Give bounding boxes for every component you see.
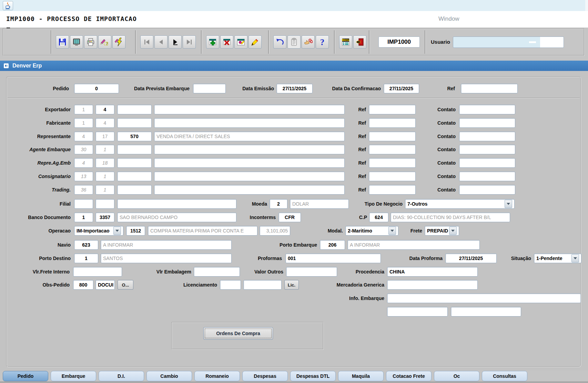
insert-record-icon[interactable] bbox=[206, 35, 219, 49]
fabricante-code2-field[interactable]: 4 bbox=[95, 118, 114, 128]
tab-oc[interactable]: Oc bbox=[434, 371, 479, 381]
info-embarque-field[interactable] bbox=[387, 293, 581, 303]
clipboard-icon[interactable] bbox=[287, 35, 301, 49]
frete-select[interactable]: PREPAID bbox=[425, 226, 459, 236]
porto-destino-num-field[interactable]: 1 bbox=[74, 253, 98, 263]
usuario-field[interactable] bbox=[453, 37, 564, 48]
exportador-code2-field[interactable]: 4 bbox=[95, 105, 114, 114]
licenciamento-field-1[interactable] bbox=[220, 280, 241, 290]
tab-despesas[interactable]: Despesas bbox=[242, 371, 288, 381]
data-confirmacao-field[interactable]: 27/11/2025 bbox=[384, 84, 419, 93]
exportador-code3-field[interactable] bbox=[117, 105, 152, 114]
info-extra-field-2[interactable] bbox=[451, 307, 521, 317]
agente-embarque-code3-field[interactable] bbox=[117, 145, 152, 154]
porto-embarque-num-field[interactable]: 206 bbox=[320, 240, 345, 250]
filial-nome-field[interactable] bbox=[117, 199, 236, 209]
chevron-down-icon[interactable] bbox=[449, 227, 457, 235]
tab-romaneio[interactable]: Romaneio bbox=[194, 371, 240, 381]
exportador-ref-field[interactable] bbox=[369, 105, 416, 114]
tab-maquila[interactable]: Maquila bbox=[338, 371, 384, 381]
enter-query-icon[interactable]: ? bbox=[98, 35, 111, 49]
navio-nome-field[interactable]: A INFORMAR bbox=[101, 240, 232, 250]
ordens-de-compra-button[interactable]: Ordens De Compra bbox=[203, 327, 273, 340]
tab-cotacao-frete[interactable]: Cotacao Frete bbox=[386, 371, 432, 381]
situacao-select[interactable]: 1-Pendente bbox=[534, 253, 581, 263]
operacao-num-field[interactable]: 1512 bbox=[126, 226, 145, 236]
fabricante-code3-field[interactable] bbox=[117, 118, 152, 128]
tab-d-i[interactable]: D.I. bbox=[99, 371, 144, 381]
mercadoria-generica-field[interactable] bbox=[387, 280, 478, 290]
data-proforma-field[interactable]: 27/11/2025 bbox=[445, 253, 497, 263]
proformas-field[interactable]: 001 bbox=[285, 253, 381, 263]
fabricante-ref-field[interactable] bbox=[369, 118, 416, 128]
repre-ag-emb-code1-field[interactable]: 4 bbox=[74, 158, 93, 168]
menu-icon[interactable]: Menu bbox=[339, 35, 352, 49]
execute-query-icon[interactable] bbox=[112, 35, 125, 49]
exportador-contato-field[interactable] bbox=[459, 105, 515, 114]
print-icon[interactable] bbox=[84, 35, 97, 49]
exportador-code1-field[interactable]: 1 bbox=[74, 105, 93, 114]
fabricante-contato-field[interactable] bbox=[459, 118, 515, 128]
agente-embarque-code2-field[interactable]: 1 bbox=[95, 145, 114, 154]
java-coffee-icon[interactable] bbox=[3, 1, 13, 10]
filial-code1-field[interactable] bbox=[74, 199, 93, 209]
menu-window[interactable]: Window bbox=[438, 15, 459, 22]
tab-pedido[interactable]: Pedido bbox=[3, 371, 48, 381]
consignatario-code2-field[interactable]: 1 bbox=[95, 172, 114, 181]
agente-embarque-contato-field[interactable] bbox=[459, 145, 515, 154]
agente-embarque-nome-field[interactable] bbox=[154, 145, 345, 154]
repre-ag-emb-code2-field[interactable]: 18 bbox=[95, 158, 114, 168]
pedido-field[interactable]: 0 bbox=[74, 84, 119, 93]
fabricante-nome-field[interactable] bbox=[154, 118, 345, 128]
info-extra-field-1[interactable] bbox=[387, 307, 448, 317]
vlr-frete-interno-field[interactable] bbox=[73, 267, 122, 277]
modal-select[interactable]: 2-Maritimo bbox=[345, 226, 398, 236]
tab-consultas[interactable]: Consultas bbox=[482, 371, 527, 381]
porto-destino-nome-field[interactable]: SANTOS bbox=[101, 253, 232, 263]
moeda-nome-field[interactable]: DOLAR bbox=[290, 199, 349, 209]
ref-field[interactable] bbox=[461, 84, 518, 93]
exportador-nome-field[interactable] bbox=[154, 105, 345, 114]
operacao-select[interactable]: IM-Importacao bbox=[74, 226, 123, 236]
obs-pedido-button[interactable]: O... bbox=[118, 280, 133, 290]
agente-embarque-code1-field[interactable]: 30 bbox=[74, 145, 93, 154]
tipo-negocio-select[interactable]: 7-Outros bbox=[405, 199, 515, 209]
chevron-down-icon[interactable] bbox=[388, 227, 396, 235]
porto-embarque-nome-field[interactable]: A INFORMAR bbox=[347, 240, 480, 250]
help-icon[interactable]: ? bbox=[316, 35, 329, 49]
list-of-values-icon[interactable] bbox=[234, 35, 247, 49]
data-prevista-embarque-field[interactable] bbox=[193, 84, 226, 93]
save-icon[interactable] bbox=[56, 35, 69, 49]
banco-num-field[interactable]: 1 bbox=[74, 213, 93, 222]
tab-cambio[interactable]: Cambio bbox=[146, 371, 192, 381]
chevron-down-icon[interactable] bbox=[505, 200, 512, 208]
operacao-desc-field[interactable]: COMPRA MATERIA PRIMA POR CONTA E bbox=[148, 226, 257, 236]
banco-agencia-field[interactable]: 3357 bbox=[95, 213, 114, 222]
trading-code3-field[interactable] bbox=[117, 185, 152, 195]
next-record-icon[interactable] bbox=[169, 35, 182, 49]
representante-code2-field[interactable]: 17 bbox=[95, 132, 114, 141]
last-record-icon[interactable] bbox=[183, 35, 196, 49]
operacao-valor-field[interactable]: 3,101,005 bbox=[260, 226, 290, 236]
representante-code1-field[interactable]: 4 bbox=[74, 132, 93, 141]
cp-desc-field[interactable]: DIAS: 90-COLLECTION 90 DAYS AFTER B/L bbox=[391, 213, 510, 222]
cp-field[interactable]: 624 bbox=[369, 213, 388, 222]
trading-code2-field[interactable]: 1 bbox=[95, 185, 114, 195]
representante-nome-field[interactable]: VENDA DIRETA / DIRECT SALES bbox=[154, 132, 345, 141]
tab-despesas-dtl[interactable]: Despesas DTL bbox=[290, 371, 336, 381]
first-record-icon[interactable] bbox=[140, 35, 153, 49]
inconterms-field[interactable]: CFR bbox=[278, 213, 301, 222]
vlr-embalagem-field[interactable] bbox=[194, 267, 240, 277]
data-emissao-field[interactable]: 27/11/2025 bbox=[276, 84, 313, 93]
trading-code1-field[interactable]: 36 bbox=[74, 185, 93, 195]
tab-embarque[interactable]: Embarque bbox=[51, 371, 96, 381]
undo-icon[interactable] bbox=[273, 35, 286, 49]
chevron-down-icon[interactable] bbox=[571, 254, 579, 262]
trading-contato-field[interactable] bbox=[459, 185, 515, 195]
moeda-num-field[interactable]: 2 bbox=[270, 199, 287, 209]
representante-contato-field[interactable] bbox=[459, 132, 515, 141]
obs-pedido-num-field[interactable]: 800 bbox=[73, 280, 93, 290]
obs-pedido-texto-field[interactable]: DOCUI bbox=[95, 280, 115, 290]
consignatario-nome-field[interactable] bbox=[154, 172, 345, 181]
previous-record-icon[interactable] bbox=[154, 35, 168, 49]
